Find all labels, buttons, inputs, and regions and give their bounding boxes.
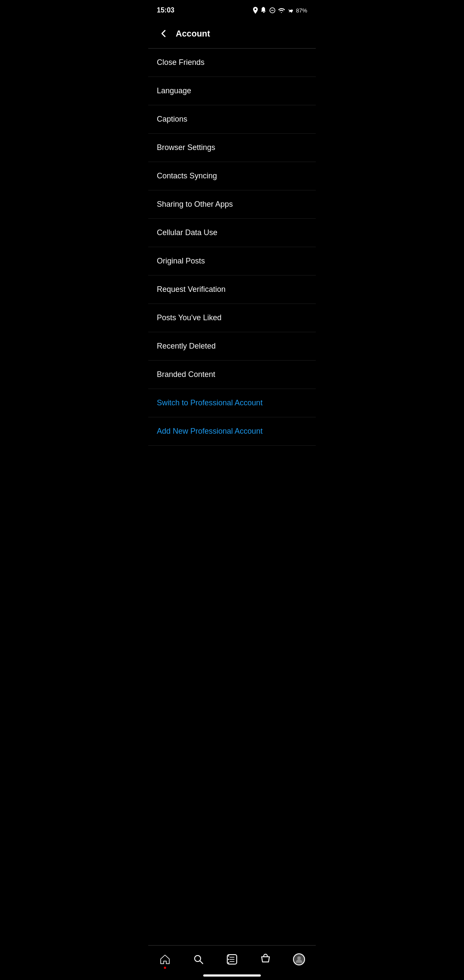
svg-line-3	[200, 961, 203, 964]
menu-item-label-posts-youve-liked: Posts You've Liked	[157, 313, 222, 322]
menu-item-label-request-verification: Request Verification	[157, 285, 226, 294]
menu-item-label-captions: Captions	[157, 115, 187, 124]
back-button[interactable]	[155, 25, 172, 42]
menu-item-close-friends[interactable]: Close Friends	[148, 49, 316, 77]
menu-item-label-branded-content: Branded Content	[157, 370, 215, 379]
svg-point-8	[297, 956, 301, 960]
menu-item-label-original-posts: Original Posts	[157, 257, 205, 266]
menu-item-label-cellular-data-use: Cellular Data Use	[157, 228, 217, 237]
dnd-icon	[269, 7, 275, 13]
menu-item-switch-professional[interactable]: Switch to Professional Account	[148, 389, 316, 417]
home-icon	[159, 954, 171, 965]
status-icons: 87%	[253, 7, 307, 14]
notification-muted-icon	[261, 7, 267, 14]
menu-item-captions[interactable]: Captions	[148, 105, 316, 134]
profile-avatar	[293, 953, 305, 965]
status-bar: 15:03 87%	[148, 0, 316, 19]
menu-item-original-posts[interactable]: Original Posts	[148, 247, 316, 276]
location-icon	[253, 7, 258, 14]
menu-item-sharing-other-apps[interactable]: Sharing to Other Apps	[148, 190, 316, 219]
menu-item-posts-youve-liked[interactable]: Posts You've Liked	[148, 304, 316, 332]
svg-point-5	[228, 956, 229, 957]
menu-content: Close FriendsLanguageCaptionsBrowser Set…	[148, 49, 316, 484]
menu-item-contacts-syncing[interactable]: Contacts Syncing	[148, 162, 316, 190]
menu-item-recently-deleted[interactable]: Recently Deleted	[148, 332, 316, 361]
page-title: Account	[176, 29, 210, 39]
home-indicator	[203, 974, 261, 977]
menu-item-cellular-data-use[interactable]: Cellular Data Use	[148, 219, 316, 247]
status-time: 15:03	[157, 6, 174, 14]
nav-reels[interactable]	[221, 951, 243, 968]
menu-item-request-verification[interactable]: Request Verification	[148, 276, 316, 304]
menu-item-label-add-professional: Add New Professional Account	[157, 427, 263, 436]
svg-point-6	[228, 959, 229, 960]
menu-item-branded-content[interactable]: Branded Content	[148, 361, 316, 389]
menu-item-browser-settings[interactable]: Browser Settings	[148, 134, 316, 162]
menu-item-label-contacts-syncing: Contacts Syncing	[157, 172, 217, 181]
menu-item-label-browser-settings: Browser Settings	[157, 143, 215, 152]
shop-icon	[260, 954, 271, 965]
back-arrow-icon	[159, 29, 168, 38]
menu-list: Close FriendsLanguageCaptionsBrowser Set…	[148, 49, 316, 446]
menu-item-label-close-friends: Close Friends	[157, 58, 205, 67]
nav-shop[interactable]	[255, 951, 276, 968]
menu-item-label-recently-deleted: Recently Deleted	[157, 342, 216, 351]
reels-icon	[226, 954, 238, 965]
battery-indicator: 87%	[296, 7, 307, 14]
menu-item-label-language: Language	[157, 86, 191, 95]
menu-item-add-professional[interactable]: Add New Professional Account	[148, 417, 316, 446]
menu-item-label-sharing-other-apps: Sharing to Other Apps	[157, 200, 233, 209]
menu-item-language[interactable]: Language	[148, 77, 316, 105]
svg-point-7	[228, 962, 229, 964]
search-icon	[193, 954, 204, 965]
nav-search[interactable]	[188, 951, 209, 968]
wifi-icon	[278, 8, 285, 13]
home-notification-dot	[164, 967, 166, 969]
page-header: Account	[148, 19, 316, 49]
nav-profile[interactable]	[288, 951, 310, 968]
airplane-icon	[287, 7, 293, 13]
nav-home[interactable]	[154, 951, 176, 968]
menu-item-label-switch-professional: Switch to Professional Account	[157, 398, 263, 407]
